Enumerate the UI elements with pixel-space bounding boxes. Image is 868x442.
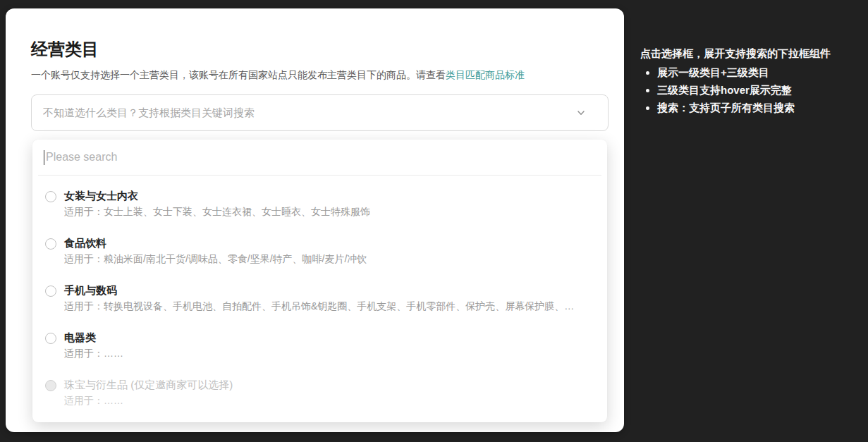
radio-button-icon[interactable] [45,191,56,202]
dropdown-search-input[interactable]: Please search [32,140,607,175]
option-description: 适用于：粮油米面/南北干货/调味品、零食/坚果/特产、咖啡/麦片/冲饮 [64,251,367,266]
page-description: 一个账号仅支持选择一个主营类目，该账号在所有国家站点只能发布主营类目下的商品。请… [31,68,525,82]
annotation-bullet: 展示一级类目+三级类目 [657,63,866,81]
annotation-bullet: 三级类目支持hover展示完整 [657,81,866,99]
category-standard-link[interactable]: 类目匹配商品标准 [446,69,525,80]
option-text: 女装与女士内衣 适用于：女士上装、女士下装、女士连衣裙、女士睡衣、女士特殊服饰 [64,188,370,219]
category-settings-card: 经营类目 一个账号仅支持选择一个主营类目，该账号在所有国家站点只能发布主营类目下… [6,8,624,432]
category-option-jewelry-disabled: 珠宝与衍生品 (仅定邀商家可以选择) 适用于：…… [45,377,593,408]
annotation-heading: 点击选择框，展开支持搜索的下拉框组件 [640,45,866,61]
category-option-appliances[interactable]: 电器类 适用于：…… [45,330,593,361]
radio-button-icon[interactable] [45,238,56,250]
design-annotation: 点击选择框，展开支持搜索的下拉框组件 展示一级类目+三级类目 三级类目支持hov… [640,45,866,116]
category-option-phones-digital[interactable]: 手机与数码 适用于：转换电视设备、手机电池、自拍配件、手机吊饰&钥匙圈、手机支架… [45,283,593,314]
category-select[interactable]: 不知道选什么类目？支持根据类目关键词搜索 [31,94,609,131]
option-text: 电器类 适用于：…… [64,330,123,361]
category-option-womens-apparel[interactable]: 女装与女士内衣 适用于：女士上装、女士下装、女士连衣裙、女士睡衣、女士特殊服饰 [45,188,593,219]
radio-button-icon[interactable] [45,333,56,344]
option-title: 珠宝与衍生品 (仅定邀商家可以选择) [64,377,233,393]
annotation-bullet-list: 展示一级类目+三级类目 三级类目支持hover展示完整 搜索：支持页子所有类目搜… [640,63,866,116]
option-text: 手机与数码 适用于：转换电视设备、手机电池、自拍配件、手机吊饰&钥匙圈、手机支架… [64,283,574,314]
annotation-bullet: 搜索：支持页子所有类目搜索 [657,99,866,116]
option-description: 适用于：转换电视设备、手机电池、自拍配件、手机吊饰&钥匙圈、手机支架、手机零部件… [64,298,574,314]
option-title: 电器类 [64,330,123,345]
category-dropdown-panel: Please search 女装与女士内衣 适用于：女士上装、女士下装、女士连衣… [32,140,607,422]
option-title: 食品饮料 [64,235,367,251]
option-description: 适用于：…… [64,345,123,361]
text-cursor [44,150,44,165]
option-text: 食品饮料 适用于：粮油米面/南北干货/调味品、零食/坚果/特产、咖啡/麦片/冲饮 [64,235,367,266]
category-option-food-beverage[interactable]: 食品饮料 适用于：粮油米面/南北干货/调味品、零食/坚果/特产、咖啡/麦片/冲饮 [45,235,593,266]
radio-button-icon[interactable] [45,286,56,297]
category-select-placeholder: 不知道选什么类目？支持根据类目关键词搜索 [43,106,575,120]
search-placeholder: Please search [46,151,117,164]
option-title: 手机与数码 [64,283,574,298]
page-title: 经营类目 [31,38,99,61]
option-title: 女装与女士内衣 [64,188,370,204]
page-description-text: 一个账号仅支持选择一个主营类目，该账号在所有国家站点只能发布主营类目下的商品。请… [31,69,446,80]
option-description: 适用于：…… [64,393,233,408]
category-options-list: 女装与女士内衣 适用于：女士上装、女士下装、女士连衣裙、女士睡衣、女士特殊服饰 … [32,176,607,419]
radio-button-icon [45,380,56,391]
option-text: 珠宝与衍生品 (仅定邀商家可以选择) 适用于：…… [64,377,233,408]
chevron-down-icon [575,107,587,118]
option-description: 适用于：女士上装、女士下装、女士连衣裙、女士睡衣、女士特殊服饰 [64,204,370,219]
